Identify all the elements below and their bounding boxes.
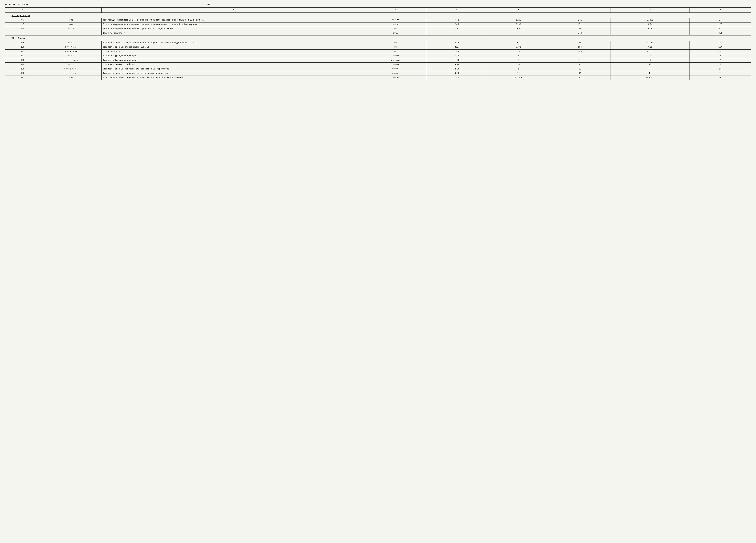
section-v-header: V. Перегородки: [5, 13, 751, 18]
table-row: 99 10-84 Установка оконных блоков со спа…: [5, 41, 751, 45]
col-header-3: 3: [102, 7, 365, 13]
table-row: 104 10-88 Установка оконных приборов 1 к…: [5, 63, 751, 67]
col-header-5: 5: [426, 7, 488, 13]
col-header-9: 9: [690, 7, 751, 13]
section-v-label: V. Перегородки: [12, 15, 30, 17]
title-left: 901-К-39 (ТК/1.85): [5, 3, 28, 6]
table-row: 103 П.Ту.I п.395 Стоимость фрамужных при…: [5, 58, 751, 63]
col-header-2: 2: [40, 7, 101, 13]
col-header-8: 8: [611, 7, 690, 13]
table-row: 98 10–42 Утепление кирпичных перегородок…: [5, 27, 751, 31]
table-row: 96 8–45 Перегородки неармированные из ки…: [5, 18, 751, 22]
main-table: 1 2 3 4 5 6 7 8 9 V. Перегородки 96 8–45…: [5, 7, 751, 80]
table-row: 107 15-707 Остекление оконных переплетов…: [5, 76, 751, 80]
section-vi-header: VI. Проёмы: [5, 35, 751, 41]
col-header-1: 1: [5, 7, 40, 13]
page-number: 50: [28, 3, 389, 6]
table-row: 100 П.Ту.П п.5 Стоимость оконных блоков …: [5, 45, 751, 50]
table-row: 105 П.Ту.I п.434 Стоимость оконных прибо…: [5, 67, 751, 71]
section-vi-label: VI. Проёмы: [12, 37, 25, 40]
table-row: 101 П.Ту.П п.13 То же, ОС15-15 м2 17,6 1…: [5, 49, 751, 54]
col-header-7: 7: [549, 7, 611, 13]
table-row: 106 П.Ту.I п.437 Стоимость оконных прибо…: [5, 71, 751, 76]
table-row: 97 8–41 То же, армированные из кирпича г…: [5, 22, 751, 27]
header-row: 1 2 3 4 5 6 7 8 9: [5, 7, 751, 13]
page-header: 901-К-39 (ТК/1.85) 50: [5, 3, 751, 6]
total-row-v: Итого по разделу V руб. 778 851: [5, 31, 751, 35]
table-row: 102 10-87 Установка фрамужных приборов 1…: [5, 54, 751, 58]
col-header-6: 6: [488, 7, 549, 13]
col-header-4: 4: [365, 7, 426, 13]
